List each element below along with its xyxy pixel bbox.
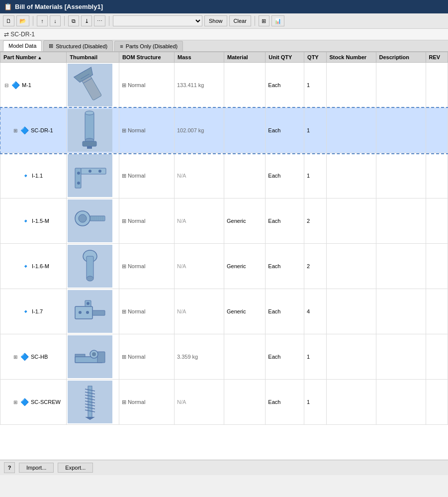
cell-material-row-schb xyxy=(224,334,265,380)
import-button[interactable]: Import... xyxy=(19,463,54,473)
footer-bar: ? Import... Export... xyxy=(0,460,448,475)
new-button[interactable]: 🗋 xyxy=(3,15,14,26)
part-number-label-row-m1: M-1 xyxy=(22,82,31,88)
expand-btn-row-schb[interactable]: ⊞ xyxy=(12,354,18,360)
cell-qty-row-i16m: 2 xyxy=(304,244,326,289)
app-icon: 📋 xyxy=(4,3,12,10)
cell-material-row-m1 xyxy=(224,63,265,108)
cell-material-row-i17: Generic xyxy=(224,289,265,334)
cell-mass-row-i16m: N/A xyxy=(174,244,224,289)
table-row[interactable]: ⊞🔷SC-HB ⊞Normal3.359 kgEach1 xyxy=(0,334,448,380)
col-header-qty[interactable]: QTY xyxy=(304,52,326,63)
col-header-desc[interactable]: Description xyxy=(376,52,426,63)
part-icon-row-i16m: 🔹 xyxy=(21,262,30,270)
cell-bom-row-schb: ⊞Normal xyxy=(119,334,174,380)
svg-rect-13 xyxy=(81,168,106,174)
cell-unit-qty-row-i17: Each xyxy=(266,289,304,334)
col-header-partnum[interactable]: Part Number xyxy=(0,52,67,63)
cell-rev-row-i17 xyxy=(426,289,448,334)
bom-structure-icon-row-i17: ⊞ xyxy=(122,308,126,315)
col-header-uqty[interactable]: Unit QTY xyxy=(266,52,304,63)
tab-model-data[interactable]: Model Data xyxy=(3,40,42,51)
cell-qty-row-schb: 1 xyxy=(304,334,326,380)
cell-thumb-row-scdr1 xyxy=(67,108,119,153)
cell-stock-row-scdr1 xyxy=(326,108,376,153)
svg-point-16 xyxy=(89,170,91,173)
cell-partnum-row-schb: ⊞🔷SC-HB xyxy=(0,334,67,380)
cell-thumb-row-scscrew xyxy=(67,380,119,425)
cell-thumb-row-schb xyxy=(67,334,119,380)
show-button[interactable]: Show xyxy=(204,15,227,26)
table-row[interactable]: 🔹I-1.7 ⊞NormalN/AGenericEach4 xyxy=(0,289,448,334)
expand-btn-row-m1[interactable]: ⊟ xyxy=(3,82,9,89)
filter-button[interactable]: ⧉ xyxy=(68,15,79,26)
cell-unit-qty-row-m1: Each xyxy=(266,63,304,108)
cell-unit-qty-row-i11: Each xyxy=(266,153,304,199)
part-number-label-row-scscrew: SC-SCREW xyxy=(31,399,61,405)
cell-thumb-row-m1 xyxy=(67,63,119,108)
table-row[interactable]: 🔹I-1.6-M ⊞NormalN/AGenericEach2 xyxy=(0,244,448,289)
svg-rect-45 xyxy=(75,354,85,357)
chart-view-button[interactable]: 📊 xyxy=(271,15,284,26)
col-header-stock[interactable]: Stock Number xyxy=(326,52,376,63)
table-row[interactable]: ⊞🔷SC-SCREW ⊞NormalN/AEach1 xyxy=(0,380,448,425)
help-button[interactable]: ? xyxy=(4,462,15,473)
tab-parts-only-icon: ≡ xyxy=(120,43,123,49)
part-icon-row-i17: 🔹 xyxy=(21,307,30,315)
bom-table-container: Part Number Thumbnail BOM Structure Mass… xyxy=(0,52,448,460)
svg-point-44 xyxy=(92,352,96,356)
part-icon-row-i15m: 🔹 xyxy=(21,217,30,225)
table-view-button[interactable]: ⊞ xyxy=(259,15,269,26)
cell-mass-row-m1: 133.411 kg xyxy=(174,63,224,108)
cell-stock-row-schb xyxy=(326,334,376,380)
tab-structured-icon: ⊞ xyxy=(49,43,53,49)
thumbnail-img-row-m1 xyxy=(68,64,112,106)
bom-structure-label-row-i11: Normal xyxy=(128,173,145,179)
tab-structured[interactable]: ⊞ Structured (Disabled) xyxy=(43,40,113,51)
toolbar-sep-1 xyxy=(33,16,33,26)
cell-desc-row-m1 xyxy=(376,63,426,108)
expand-btn-row-scscrew[interactable]: ⊞ xyxy=(12,399,18,405)
cell-qty-row-scdr1: 1 xyxy=(304,108,326,153)
bom-table: Part Number Thumbnail BOM Structure Mass… xyxy=(0,52,448,425)
bom-structure-label-row-i16m: Normal xyxy=(128,263,145,269)
table-row[interactable]: 🔹I-1.1 ⊞NormalN/AEach1 xyxy=(0,153,448,199)
cell-desc-row-i17 xyxy=(376,289,426,334)
table-row[interactable]: ⊞🔷SC-DR-1 ⊞Normal102.007 kgEach1 xyxy=(0,108,448,153)
part-number-label-row-scdr1: SC-DR-1 xyxy=(31,127,53,133)
cell-unit-qty-row-scscrew: Each xyxy=(266,380,304,425)
export-button[interactable]: ⤓ xyxy=(81,15,92,26)
cell-desc-row-schb xyxy=(376,334,426,380)
expand-btn-row-scdr1[interactable]: ⊞ xyxy=(12,127,18,134)
col-header-bom[interactable]: BOM Structure xyxy=(119,52,174,63)
table-row[interactable]: 🔹I-1.5-M ⊞NormalN/AGenericEach2 xyxy=(0,199,448,244)
col-header-rev[interactable]: REV xyxy=(426,52,448,63)
export-button-footer[interactable]: Export... xyxy=(58,463,93,473)
sort-asc-button[interactable]: ↑ xyxy=(37,15,48,26)
tab-bar: Model Data ⊞ Structured (Disabled) ≡ Par… xyxy=(0,40,448,52)
cell-bom-row-i11: ⊞Normal xyxy=(119,153,174,199)
part-icon-row-schb: 🔷 xyxy=(20,353,29,361)
col-header-mass[interactable]: Mass xyxy=(174,52,224,63)
cell-stock-row-i15m xyxy=(326,199,376,244)
bom-structure-label-row-scscrew: Normal xyxy=(128,399,145,405)
bom-structure-label-row-i17: Normal xyxy=(128,308,145,314)
cell-material-row-i15m: Generic xyxy=(224,199,265,244)
filter-dropdown[interactable] xyxy=(113,15,202,26)
sort-desc-button[interactable]: ↓ xyxy=(50,15,61,26)
col-header-material[interactable]: Material xyxy=(224,52,265,63)
open-button[interactable]: 📂 xyxy=(16,15,29,26)
cell-partnum-row-scscrew: ⊞🔷SC-SCREW xyxy=(0,380,67,425)
tab-parts-only[interactable]: ≡ Parts Only (Disabled) xyxy=(114,41,183,51)
thumbnail-img-row-scscrew xyxy=(68,381,112,423)
options-button[interactable]: ⋯ xyxy=(94,15,105,26)
clear-button[interactable]: Clear xyxy=(229,15,251,26)
cell-rev-row-scdr1 xyxy=(426,108,448,153)
cell-bom-row-i15m: ⊞Normal xyxy=(119,199,174,244)
cell-stock-row-scscrew xyxy=(326,380,376,425)
toolbar: 🗋 📂 ↑ ↓ ⧉ ⤓ ⋯ Show Clear ⊞ 📊 xyxy=(0,13,448,29)
toolbar-sep-3 xyxy=(109,16,109,26)
cell-rev-row-i15m xyxy=(426,199,448,244)
cell-desc-row-scdr1 xyxy=(376,108,426,153)
table-row[interactable]: ⊟🔷M-1 ⊞Normal133.411 kgEach1 xyxy=(0,63,448,108)
